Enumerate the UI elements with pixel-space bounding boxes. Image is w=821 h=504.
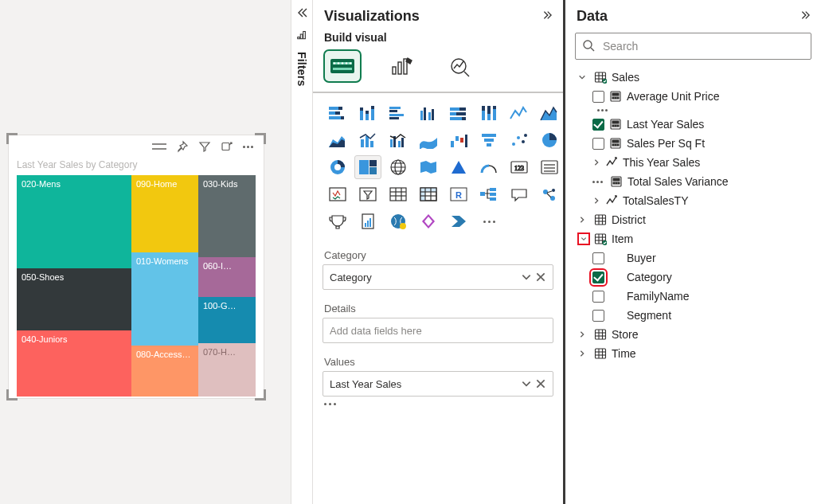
field-checkbox[interactable] bbox=[592, 119, 604, 131]
chevron-right-icon[interactable] bbox=[578, 214, 589, 225]
field-checkbox[interactable] bbox=[592, 310, 604, 322]
collapse-right-icon[interactable] bbox=[799, 10, 810, 23]
table-icon[interactable] bbox=[385, 182, 412, 206]
map-icon[interactable] bbox=[385, 155, 412, 179]
paginated-report-icon[interactable] bbox=[354, 209, 381, 233]
remove-field-icon[interactable] bbox=[535, 272, 546, 283]
field-family-name[interactable]: FamilyName bbox=[575, 287, 811, 306]
treemap-tile[interactable]: 090-Home bbox=[131, 175, 198, 252]
more-wells-icon[interactable] bbox=[323, 397, 553, 412]
treemap-tile[interactable]: 070-H… bbox=[198, 343, 256, 397]
line-clustered-column-icon[interactable] bbox=[385, 128, 412, 152]
kpi-icon[interactable] bbox=[324, 182, 351, 206]
line-stacked-column-icon[interactable] bbox=[354, 128, 381, 152]
field-this-year-sales[interactable]: This Year Sales bbox=[575, 153, 811, 172]
expand-left-icon[interactable] bbox=[295, 6, 308, 19]
slicer-icon[interactable] bbox=[354, 182, 381, 206]
field-checkbox[interactable] bbox=[592, 272, 604, 283]
field-total-sales-ty[interactable]: TotalSalesTY bbox=[575, 191, 811, 210]
chevron-right-icon[interactable] bbox=[592, 156, 600, 169]
key-influencers-icon[interactable] bbox=[536, 182, 563, 206]
report-canvas[interactable]: Last Year Sales by Category 020-Mens 090… bbox=[0, 0, 291, 504]
waterfall-chart-icon[interactable] bbox=[445, 128, 472, 152]
treemap-tile[interactable]: 020-Mens bbox=[17, 175, 131, 268]
treemap-tile[interactable]: 010-Womens bbox=[131, 252, 198, 346]
field-segment[interactable]: Segment bbox=[575, 306, 811, 325]
table-node-item[interactable]: Item bbox=[575, 229, 811, 248]
r-visual-icon[interactable]: R bbox=[445, 182, 472, 206]
chevron-right-icon[interactable] bbox=[592, 194, 600, 207]
matrix-icon[interactable] bbox=[415, 182, 442, 206]
table-node-store[interactable]: Store bbox=[575, 325, 811, 344]
multi-row-card-icon[interactable] bbox=[536, 155, 563, 179]
chevron-down-icon[interactable] bbox=[521, 272, 532, 283]
well-chip-category[interactable]: Category bbox=[323, 264, 553, 290]
field-avg-unit-price[interactable]: Average Unit Price bbox=[575, 87, 811, 106]
treemap-chart-icon[interactable] bbox=[354, 155, 381, 179]
filter-icon[interactable] bbox=[198, 140, 211, 153]
tab-format-visual[interactable] bbox=[383, 50, 420, 82]
tab-build-visual[interactable] bbox=[324, 50, 361, 82]
line-chart-icon[interactable] bbox=[506, 101, 533, 125]
decomposition-tree-icon[interactable] bbox=[475, 182, 502, 206]
azure-map-icon[interactable] bbox=[445, 155, 472, 179]
hundred-stacked-column-icon[interactable] bbox=[475, 101, 502, 125]
focus-mode-icon[interactable] bbox=[221, 140, 233, 153]
power-automate-icon[interactable] bbox=[445, 209, 472, 233]
stacked-bar-chart-icon[interactable] bbox=[324, 101, 351, 125]
power-apps-icon[interactable] bbox=[415, 209, 442, 233]
treemap-tile[interactable]: 080-Accesso… bbox=[131, 346, 198, 397]
chevron-down-icon[interactable] bbox=[578, 72, 589, 83]
treemap-tile[interactable]: 060-I… bbox=[198, 257, 256, 297]
remove-field-icon[interactable] bbox=[535, 378, 546, 389]
treemap-tile[interactable]: 100-G… bbox=[198, 297, 256, 343]
filled-map-icon[interactable] bbox=[415, 155, 442, 179]
chevron-down-icon[interactable] bbox=[521, 378, 532, 389]
field-last-year-sales[interactable]: Last Year Sales bbox=[575, 115, 811, 134]
collapse-right-icon[interactable] bbox=[541, 10, 552, 23]
drag-handle-icon[interactable] bbox=[152, 143, 166, 150]
tab-analytics[interactable] bbox=[442, 50, 479, 82]
treemap-tile[interactable]: 030-Kids bbox=[198, 175, 256, 257]
field-buyer[interactable]: Buyer bbox=[575, 248, 811, 268]
hundred-stacked-bar-icon[interactable] bbox=[445, 101, 472, 125]
field-category[interactable]: Category bbox=[575, 268, 811, 287]
well-chip-values[interactable]: Last Year Sales bbox=[323, 371, 553, 397]
field-checkbox[interactable] bbox=[592, 91, 604, 103]
treemap-tile[interactable]: 040-Juniors bbox=[17, 330, 131, 397]
options-icon[interactable] bbox=[592, 181, 605, 183]
field-overflow-icon[interactable] bbox=[575, 106, 811, 115]
table-node-district[interactable]: District bbox=[575, 210, 811, 229]
search-input[interactable] bbox=[601, 39, 804, 53]
gauge-icon[interactable] bbox=[475, 155, 502, 179]
scatter-chart-icon[interactable] bbox=[506, 128, 533, 152]
more-options-icon[interactable] bbox=[243, 145, 256, 148]
goals-icon[interactable] bbox=[324, 209, 351, 233]
pie-chart-icon[interactable] bbox=[536, 128, 563, 152]
chevron-right-icon[interactable] bbox=[578, 329, 589, 340]
field-sales-per-sqft[interactable]: Sales Per Sq Ft bbox=[575, 134, 811, 153]
stacked-area-chart-icon[interactable] bbox=[324, 128, 351, 152]
area-chart-icon[interactable] bbox=[536, 101, 563, 125]
donut-chart-icon[interactable] bbox=[324, 155, 351, 179]
funnel-chart-icon[interactable] bbox=[475, 128, 502, 152]
field-total-sales-variance[interactable]: Total Sales Variance bbox=[575, 172, 811, 191]
well-empty-details[interactable]: Add data fields here bbox=[323, 318, 553, 343]
treemap-tile[interactable]: 050-Shoes bbox=[17, 268, 131, 330]
clustered-bar-chart-icon[interactable] bbox=[385, 101, 412, 125]
stacked-column-chart-icon[interactable] bbox=[354, 101, 381, 125]
treemap-plot-area[interactable]: 020-Mens 090-Home 030-Kids 050-Shoes 010… bbox=[17, 175, 256, 397]
chevron-down-icon[interactable] bbox=[578, 233, 589, 244]
field-checkbox[interactable] bbox=[592, 291, 604, 303]
card-icon[interactable]: 123 bbox=[506, 155, 533, 179]
field-checkbox[interactable] bbox=[592, 252, 604, 264]
filters-pane-collapsed[interactable]: Filters bbox=[291, 0, 313, 504]
search-input-container[interactable] bbox=[575, 33, 811, 60]
clustered-column-chart-icon[interactable] bbox=[415, 101, 442, 125]
more-visuals-icon[interactable] bbox=[475, 209, 502, 233]
pin-icon[interactable] bbox=[176, 140, 189, 153]
ribbon-chart-icon[interactable] bbox=[415, 128, 442, 152]
qa-visual-icon[interactable] bbox=[506, 182, 533, 206]
table-node-time[interactable]: Time bbox=[575, 344, 811, 363]
arcgis-map-icon[interactable] bbox=[385, 209, 412, 233]
